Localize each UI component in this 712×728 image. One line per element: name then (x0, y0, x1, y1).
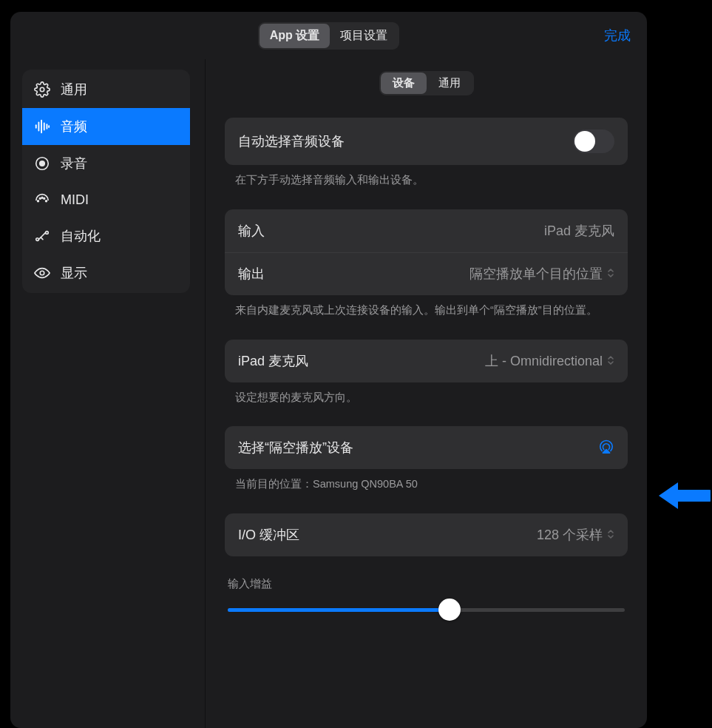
subtab-device[interactable]: 设备 (381, 73, 427, 94)
gear-icon (34, 81, 50, 98)
record-icon (34, 155, 50, 172)
section-mic: iPad 麦克风 上 - Omnidirectional 设定想要的麦克风方向。 (225, 340, 628, 406)
sidebar-item-display[interactable]: 显示 (22, 255, 190, 291)
sidebar-item-general[interactable]: 通用 (22, 71, 190, 108)
sidebar-item-label: 自动化 (61, 227, 101, 245)
sidebar-item-label: MIDI (61, 192, 89, 208)
sidebar-item-audio[interactable]: 音频 (22, 108, 190, 145)
sidebar-item-midi[interactable]: MIDI (22, 182, 190, 218)
row-value: 隔空播放单个目的位置 (469, 265, 614, 283)
section-footer: 设定想要的麦克风方向。 (225, 382, 628, 406)
sidebar-container: 通用 音频 录音 (10, 59, 206, 728)
header-segmented-control: App 设置 项目设置 (258, 22, 400, 50)
section-input-gain: 输入增益 (225, 577, 628, 621)
sidebar-item-recording[interactable]: 录音 (22, 145, 190, 182)
subtab-general[interactable]: 通用 (427, 73, 472, 94)
row-value: iPad 麦克风 (544, 222, 614, 240)
modal-body: 通用 音频 录音 (10, 59, 647, 728)
section-footer: 在下方手动选择音频输入和输出设备。 (225, 165, 628, 189)
row-io-buffer[interactable]: I/O 缓冲区 128 个采样 (225, 513, 628, 556)
sidebar: 通用 音频 录音 (22, 70, 190, 293)
section-buffer: I/O 缓冲区 128 个采样 (225, 513, 628, 556)
svg-point-9 (38, 200, 39, 202)
tab-app-settings[interactable]: App 设置 (260, 24, 330, 48)
svg-point-10 (39, 198, 41, 199)
slider-label: 输入增益 (225, 577, 628, 599)
svg-point-0 (40, 87, 44, 92)
svg-point-8 (40, 161, 44, 166)
row-label: 输入 (238, 222, 265, 240)
section-airplay: 选择“隔空播放”设备 当前目的位置：Samsung QN90BA 50 (225, 426, 628, 493)
section-auto-select: 自动选择音频设备 在下方手动选择音频输入和输出设备。 (225, 118, 628, 189)
row-label: I/O 缓冲区 (238, 526, 299, 544)
section-footer: 来自内建麦克风或上次连接设备的输入。输出到单个“隔空播放”目的位置。 (225, 295, 628, 319)
settings-modal: App 设置 项目设置 完成 通用 音频 (10, 12, 647, 728)
done-button[interactable]: 完成 (604, 27, 631, 44)
eye-icon (34, 265, 50, 281)
row-output[interactable]: 输出 隔空播放单个目的位置 (225, 252, 628, 295)
row-select-airplay-device[interactable]: 选择“隔空播放”设备 (225, 426, 628, 469)
svg-point-16 (40, 271, 44, 275)
waveform-icon (34, 118, 50, 135)
sidebar-item-label: 通用 (61, 81, 87, 98)
automation-icon (34, 228, 50, 244)
sidebar-item-label: 显示 (61, 264, 87, 282)
sidebar-item-label: 音频 (61, 118, 87, 135)
auto-select-toggle[interactable] (573, 129, 614, 153)
midi-icon (34, 192, 50, 208)
row-input[interactable]: 输入 iPad 麦克风 (225, 209, 628, 252)
sidebar-item-automation[interactable]: 自动化 (22, 218, 190, 255)
slider-knob[interactable] (438, 599, 461, 621)
section-io: 输入 iPad 麦克风 输出 隔空播放单个目的位置 来自内建麦克风或上次连接设 (225, 209, 628, 319)
sub-segmented-wrap: 设备 通用 (225, 71, 628, 95)
chevron-updown-icon (607, 267, 614, 280)
row-ipad-mic[interactable]: iPad 麦克风 上 - Omnidirectional (225, 340, 628, 382)
svg-point-12 (46, 200, 47, 202)
input-gain-slider[interactable] (225, 599, 628, 621)
sidebar-item-label: 录音 (61, 155, 87, 172)
row-auto-select-audio-device: 自动选择音频设备 (225, 118, 628, 165)
modal-header: App 设置 项目设置 完成 (10, 12, 647, 59)
chevron-updown-icon (607, 528, 614, 542)
annotation-arrow (657, 475, 711, 516)
chevron-updown-icon (607, 354, 614, 368)
row-value: 上 - Omnidirectional (485, 352, 614, 370)
tab-project-settings[interactable]: 项目设置 (330, 24, 398, 48)
svg-point-11 (44, 198, 45, 199)
row-label: 输出 (238, 265, 265, 283)
sub-segmented-control: 设备 通用 (379, 71, 474, 95)
svg-point-13 (41, 197, 43, 198)
row-label: 选择“隔空播放”设备 (238, 439, 353, 456)
row-value: 128 个采样 (537, 526, 614, 544)
section-footer: 当前目的位置：Samsung QN90BA 50 (225, 469, 628, 493)
content-pane: 设备 通用 自动选择音频设备 在下方手动选择音频输入和输出设备。 输入 (206, 59, 647, 728)
row-label: iPad 麦克风 (238, 352, 308, 370)
row-label: 自动选择音频设备 (238, 132, 345, 150)
airplay-icon (598, 438, 614, 457)
